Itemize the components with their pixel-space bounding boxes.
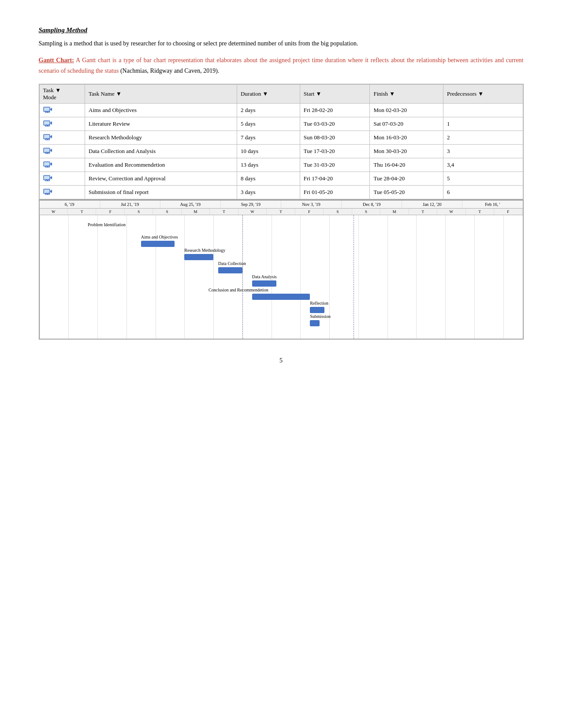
task-duration-cell: 5 days bbox=[237, 117, 300, 131]
gantt-timeline-cell: Jan 12, '20 bbox=[402, 201, 462, 208]
sort-arrow-mode: ▼ bbox=[55, 87, 61, 93]
gantt-dashed-line bbox=[354, 215, 354, 339]
task-pred-cell: 3 bbox=[443, 145, 523, 158]
gantt-chart-outer: 6, '19Jul 21, '19Aug 25, '19Sep 29, '19N… bbox=[39, 200, 524, 340]
task-start-cell: Fri 17-04-20 bbox=[300, 172, 370, 186]
svg-point-22 bbox=[45, 179, 47, 181]
gantt-timeline-cell: 6, '19 bbox=[40, 201, 100, 208]
table-row: Aims and Objectives2 daysFri 28-02-20Mon… bbox=[39, 104, 523, 117]
task-mode-cell bbox=[39, 104, 85, 117]
gantt-grid-line bbox=[213, 215, 214, 339]
task-table: Task ▼Mode Task Name ▼ Duration ▼ Start … bbox=[39, 84, 523, 199]
gantt-day-cell: T bbox=[210, 209, 238, 215]
gantt-timeline-header: 6, '19Jul 21, '19Aug 25, '19Sep 29, '19N… bbox=[40, 201, 523, 209]
gantt-grid-line bbox=[127, 215, 127, 339]
gantt-day-cell: T bbox=[409, 209, 437, 215]
svg-point-7 bbox=[48, 125, 49, 127]
table-header-row: Task ▼Mode Task Name ▼ Duration ▼ Start … bbox=[39, 85, 523, 104]
gantt-grid-line bbox=[416, 215, 417, 339]
task-mode-cell bbox=[39, 172, 85, 186]
gantt-description: Gantt Chart: A Gantt chart is a type of … bbox=[39, 55, 524, 76]
gantt-grid-line bbox=[387, 215, 388, 339]
gantt-task-bar bbox=[141, 241, 175, 247]
gantt-task-label: Conclusion and Recommendetion bbox=[208, 287, 268, 292]
gantt-grid-line bbox=[445, 215, 446, 339]
task-finish-cell: Tue 05-05-20 bbox=[370, 186, 443, 199]
table-row: Submission of final report3 daysFri 01-0… bbox=[39, 186, 523, 199]
gantt-task-label: Data Collection bbox=[218, 261, 246, 266]
task-finish-cell: Thu 16-04-20 bbox=[370, 158, 443, 172]
gantt-task-bar bbox=[184, 254, 213, 260]
task-pred-cell bbox=[443, 104, 523, 117]
gantt-day-cell: T bbox=[466, 209, 494, 215]
task-mode-cell bbox=[39, 131, 85, 145]
task-duration-cell: 10 days bbox=[237, 145, 300, 158]
gantt-grid-line bbox=[156, 215, 156, 339]
task-pred-cell: 3,4 bbox=[443, 158, 523, 172]
col-header-duration[interactable]: Duration ▼ bbox=[237, 85, 300, 104]
task-start-cell: Fri 01-05-20 bbox=[300, 186, 370, 199]
svg-point-27 bbox=[48, 193, 49, 195]
svg-point-15 bbox=[48, 152, 49, 154]
task-finish-cell: Tue 28-04-20 bbox=[370, 172, 443, 186]
svg-point-26 bbox=[45, 193, 47, 195]
task-mode-cell bbox=[39, 145, 85, 158]
gantt-grid-line bbox=[97, 215, 98, 339]
task-name-cell: Data Collection and Analysis bbox=[85, 145, 237, 158]
gantt-task-label: Aims and Objectives bbox=[141, 235, 178, 239]
task-start-cell: Fri 28-02-20 bbox=[300, 104, 370, 117]
gantt-task-label: Data Analysis bbox=[252, 274, 277, 279]
task-finish-cell: Mon 30-03-20 bbox=[370, 145, 443, 158]
gantt-grid-line bbox=[40, 215, 40, 339]
gantt-day-cell: M bbox=[182, 209, 210, 215]
gantt-task-label: Research Methodology bbox=[184, 248, 225, 253]
task-start-cell: Sun 08-03-20 bbox=[300, 131, 370, 145]
gantt-chart: 6, '19Jul 21, '19Aug 25, '19Sep 29, '19N… bbox=[39, 200, 523, 339]
col-header-predecessors[interactable]: Predecessors ▼ bbox=[443, 85, 523, 104]
task-pred-cell: 2 bbox=[443, 131, 523, 145]
gantt-day-cell: S bbox=[153, 209, 181, 215]
col-header-mode[interactable]: Task ▼Mode bbox=[39, 85, 85, 104]
gantt-timeline-cell: Jul 21, '19 bbox=[100, 201, 160, 208]
table-row: Research Methodology7 daysSun 08-03-20Mo… bbox=[39, 131, 523, 145]
section-title: Sampling Method bbox=[39, 26, 524, 34]
sort-arrow-taskname: ▼ bbox=[116, 90, 122, 97]
gantt-day-cell: W bbox=[40, 209, 68, 215]
svg-point-23 bbox=[48, 179, 49, 181]
gantt-timeline-cell: Aug 25, '19 bbox=[160, 201, 221, 208]
gantt-body: Problem IdentifiationAims and Objectives… bbox=[40, 215, 523, 339]
gantt-timeline-cell: Feb 16, ' bbox=[462, 201, 522, 208]
gantt-day-cell: F bbox=[494, 209, 522, 215]
task-finish-cell: Sat 07-03-20 bbox=[370, 117, 443, 131]
gantt-day-cell: F bbox=[96, 209, 124, 215]
table-row: Review, Correction and Approval8 daysFri… bbox=[39, 172, 523, 186]
svg-point-19 bbox=[48, 166, 49, 168]
task-mode-cell bbox=[39, 158, 85, 172]
task-duration-cell: 2 days bbox=[237, 104, 300, 117]
gantt-task-bar bbox=[252, 294, 310, 300]
gantt-timeline-cell: Dec 8, '19 bbox=[342, 201, 402, 208]
task-name-cell: Evaluation and Recommendetion bbox=[85, 158, 237, 172]
table-row: Evaluation and Recommendetion13 daysTue … bbox=[39, 158, 523, 172]
col-header-taskname[interactable]: Task Name ▼ bbox=[85, 85, 237, 104]
gantt-grid-line bbox=[503, 215, 504, 339]
svg-point-11 bbox=[48, 138, 49, 140]
table-row: Data Collection and Analysis10 daysTue 1… bbox=[39, 145, 523, 158]
task-duration-cell: 13 days bbox=[237, 158, 300, 172]
sort-arrow-pred: ▼ bbox=[478, 90, 484, 97]
gantt-grid-line bbox=[300, 215, 301, 339]
gantt-timeline-cell: Sep 29, '19 bbox=[221, 201, 281, 208]
gantt-task-bar bbox=[218, 267, 242, 273]
task-table-wrapper: Task ▼Mode Task Name ▼ Duration ▼ Start … bbox=[39, 84, 524, 200]
task-duration-cell: 3 days bbox=[237, 186, 300, 199]
page-content: Sampling Method Sampling is a method tha… bbox=[39, 26, 524, 364]
task-name-cell: Literature Review bbox=[85, 117, 237, 131]
svg-point-6 bbox=[45, 125, 47, 127]
gantt-task-label: Problem Identifiation bbox=[88, 222, 126, 227]
gantt-label: Gantt Chart: bbox=[39, 57, 74, 63]
col-header-finish[interactable]: Finish ▼ bbox=[370, 85, 443, 104]
col-header-start[interactable]: Start ▼ bbox=[300, 85, 370, 104]
gantt-grid-line bbox=[184, 215, 185, 339]
task-pred-cell: 1 bbox=[443, 117, 523, 131]
gantt-task-label: Reflection bbox=[310, 301, 328, 306]
